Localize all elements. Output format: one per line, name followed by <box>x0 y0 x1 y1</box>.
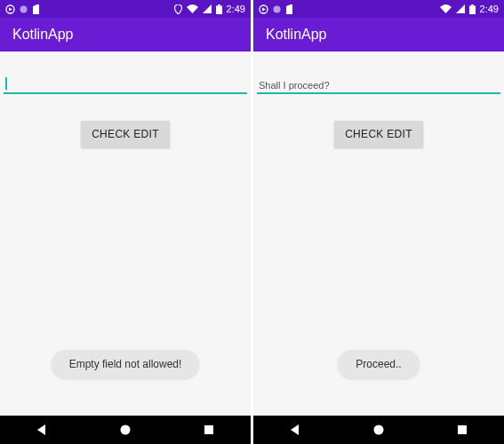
svg-rect-4 <box>216 5 222 14</box>
check-edit-button[interactable]: CHECK EDIT <box>81 121 170 147</box>
status-bar: 2:49 <box>0 0 251 18</box>
battery-icon <box>469 4 476 14</box>
circle-play-icon <box>5 4 15 14</box>
svg-marker-15 <box>291 424 299 435</box>
app-title: KotlinApp <box>12 27 74 43</box>
content-area: CHECK EDIT Empty field not allowed! <box>0 52 251 416</box>
signal-icon <box>203 4 212 13</box>
nav-home-icon[interactable] <box>119 424 132 436</box>
button-row: CHECK EDIT <box>0 121 251 147</box>
status-left <box>5 4 40 14</box>
status-right: 2:49 <box>440 4 499 14</box>
nav-back-icon[interactable] <box>289 424 301 436</box>
button-row: CHECK EDIT <box>253 121 504 147</box>
sdcard-icon <box>32 4 40 14</box>
circle-play-icon <box>259 4 268 14</box>
svg-point-7 <box>121 425 131 435</box>
status-left <box>259 4 293 14</box>
svg-marker-3 <box>203 4 212 13</box>
svg-rect-13 <box>469 5 476 14</box>
content-area: CHECK EDIT Proceed.. <box>253 52 504 416</box>
svg-rect-14 <box>471 4 474 6</box>
wifi-icon <box>440 4 452 13</box>
phone-screen-right: 2:49 KotlinApp CHECK EDIT Proceed.. <box>253 0 504 444</box>
toast-message: Empty field not allowed! <box>52 350 200 378</box>
signal-icon <box>456 4 465 13</box>
clock-text: 2:49 <box>480 4 499 14</box>
svg-rect-8 <box>204 425 213 434</box>
svg-marker-1 <box>9 7 12 11</box>
wifi-icon <box>187 4 198 13</box>
nav-recent-icon[interactable] <box>203 424 215 436</box>
nav-home-icon[interactable] <box>372 424 385 436</box>
nav-recent-icon[interactable] <box>456 424 468 436</box>
svg-marker-12 <box>456 4 465 13</box>
svg-rect-5 <box>218 4 220 6</box>
navigation-bar <box>0 416 251 444</box>
svg-rect-17 <box>458 425 467 434</box>
text-cursor-icon <box>5 77 7 90</box>
svg-marker-6 <box>37 424 45 435</box>
phone-screen-left: 2:49 KotlinApp CHECK EDIT Empty field no… <box>0 0 251 444</box>
svg-point-16 <box>374 425 384 435</box>
app-title: KotlinApp <box>266 27 327 43</box>
text-input[interactable] <box>4 76 247 94</box>
text-input[interactable] <box>257 76 500 94</box>
navigation-bar <box>253 416 504 444</box>
location-icon <box>174 4 182 14</box>
app-bar: KotlinApp <box>0 18 251 52</box>
circle-icon <box>20 5 28 13</box>
sdcard-icon <box>285 4 293 14</box>
check-edit-button[interactable]: CHECK EDIT <box>334 121 423 147</box>
circle-icon <box>273 5 281 13</box>
nav-back-icon[interactable] <box>36 424 48 436</box>
battery-icon <box>216 4 222 14</box>
clock-text: 2:49 <box>227 4 245 14</box>
status-bar: 2:49 <box>253 0 504 18</box>
toast-area: Proceed.. <box>253 350 504 378</box>
svg-point-11 <box>274 5 281 12</box>
toast-message: Proceed.. <box>338 350 419 378</box>
app-bar: KotlinApp <box>253 18 504 52</box>
svg-marker-10 <box>262 7 266 11</box>
toast-area: Empty field not allowed! <box>0 350 251 378</box>
status-right: 2:49 <box>174 4 245 14</box>
svg-point-2 <box>20 5 28 12</box>
